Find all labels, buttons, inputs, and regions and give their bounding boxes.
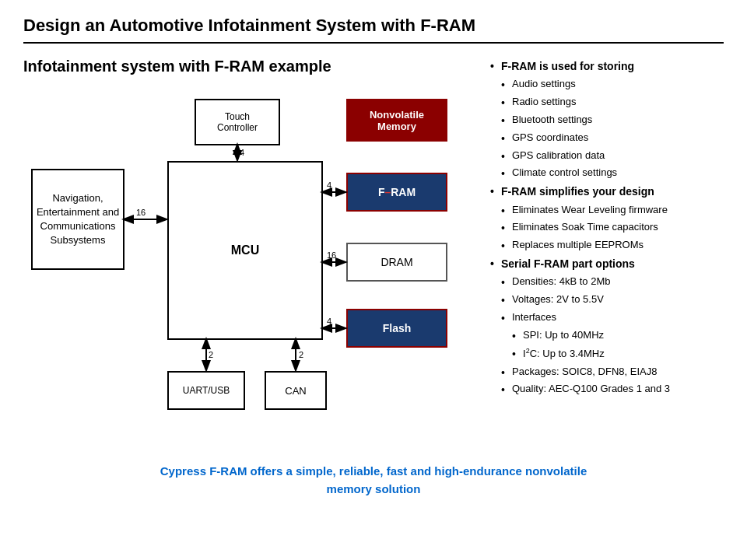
uart-label: UART/USB <box>183 385 230 396</box>
bullet-1-6: Climate control settings <box>490 165 724 181</box>
touch-controller-box: TouchController <box>195 99 280 145</box>
bullet-1-2: Radio settings <box>490 94 724 110</box>
dram-label: DRAM <box>381 256 412 268</box>
bullet-3: Serial F-RAM part options <box>490 255 724 272</box>
footer-text: Cypress F-RAM offers a simple, reliable,… <box>23 463 724 498</box>
can-box: CAN <box>265 371 327 410</box>
svg-text:4: 4 <box>327 180 331 190</box>
bullet-3-3: Interfaces <box>490 310 724 326</box>
bullet-3-1: Densities: 4kB to 2Mb <box>490 274 724 290</box>
fram-label: F–RAM <box>378 186 416 198</box>
can-label: CAN <box>285 385 306 397</box>
fram-box: F–RAM <box>346 173 447 212</box>
navigation-box: Navigation,Entertainment andCommunicatio… <box>31 169 124 270</box>
content-area: Infotainment system with F-RAM example N… <box>23 58 724 449</box>
dram-box: DRAM <box>346 243 447 282</box>
flash-label: Flash <box>383 322 412 334</box>
bullet-3-3-2: I2C: Up to 3.4MHz <box>490 345 724 362</box>
svg-text:16: 16 <box>327 250 336 260</box>
touch-controller-label: TouchController <box>217 111 258 133</box>
bullet-3-2: Voltages: 2V to 5.5V <box>490 292 724 308</box>
bullet-2: F-RAM simplifies your design <box>490 183 724 200</box>
svg-text:2: 2 <box>209 350 213 359</box>
bullet-3-5: Quality: AEC-Q100 Grades 1 and 3 <box>490 381 724 397</box>
svg-text:4: 4 <box>327 317 331 326</box>
nonvolatile-memory-box: NonvolatileMemory <box>346 99 447 142</box>
mcu-box: MCU <box>167 161 323 340</box>
diagram-container: Navigation,Entertainment andCommunicatio… <box>23 91 459 449</box>
bullet-1-4: GPS coordinates <box>490 130 724 146</box>
svg-text:2: 2 <box>299 350 303 359</box>
bullet-2-3: Replaces multiple EEPROMs <box>490 237 724 254</box>
right-section: F-RAM is used for storing Audio settings… <box>490 58 724 449</box>
nonvolatile-label: NonvolatileMemory <box>370 109 424 132</box>
navigation-label: Navigation,Entertainment andCommunicatio… <box>37 191 119 248</box>
bullet-2-2: Eliminates Soak Time capacitors <box>490 219 724 236</box>
feature-list: F-RAM is used for storing Audio settings… <box>490 58 724 397</box>
left-section: Infotainment system with F-RAM example N… <box>23 58 475 449</box>
flash-box: Flash <box>346 309 447 348</box>
svg-text:4: 4 <box>240 148 244 157</box>
bullet-1: F-RAM is used for storing <box>490 58 724 75</box>
svg-text:16: 16 <box>136 208 146 217</box>
main-title: Design an Automotive Infotainment System… <box>23 16 724 44</box>
bullet-1-1: Audio settings <box>490 76 724 93</box>
bullet-1-3: Bluetooth settings <box>490 112 724 128</box>
bullet-3-4: Packages: SOIC8, DFN8, EIAJ8 <box>490 364 724 380</box>
bullet-1-5: GPS calibration data <box>490 148 724 164</box>
bullet-3-3-1: SPI: Up to 40MHz <box>490 327 724 344</box>
page: Design an Automotive Infotainment System… <box>0 0 747 560</box>
diagram-subtitle: Infotainment system with F-RAM example <box>23 58 475 75</box>
mcu-label: MCU <box>231 243 259 257</box>
uart-box: UART/USB <box>167 371 245 410</box>
bullet-2-1: Eliminates Wear Leveling firmware <box>490 202 724 219</box>
